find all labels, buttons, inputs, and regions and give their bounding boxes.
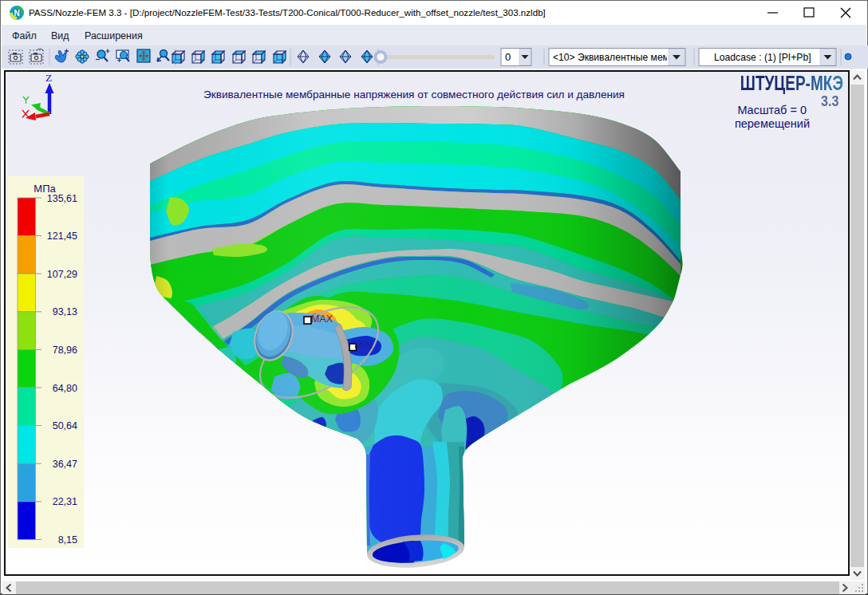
svg-text:64,80: 64,80 <box>53 383 77 394</box>
svg-text:8,15: 8,15 <box>58 534 77 546</box>
svg-text:MIN: MIN <box>354 340 373 351</box>
svg-text:78,96: 78,96 <box>53 345 77 356</box>
svg-text:36,47: 36,47 <box>53 459 77 470</box>
svg-text:135,61: 135,61 <box>47 193 77 204</box>
svg-text:121,45: 121,45 <box>47 231 77 242</box>
svg-text:0: 0 <box>505 51 511 63</box>
svg-text:Z: Z <box>45 72 52 84</box>
svg-text:107,29: 107,29 <box>47 269 77 280</box>
svg-text:93,13: 93,13 <box>53 306 77 317</box>
svg-text:MAX: MAX <box>311 313 333 325</box>
svg-text:Loadcase : (1) [PI+Pb]: Loadcase : (1) [PI+Pb] <box>714 52 811 63</box>
svg-text:22,31: 22,31 <box>53 496 77 507</box>
svg-text:N: N <box>14 9 19 18</box>
svg-text:50,64: 50,64 <box>53 420 77 431</box>
